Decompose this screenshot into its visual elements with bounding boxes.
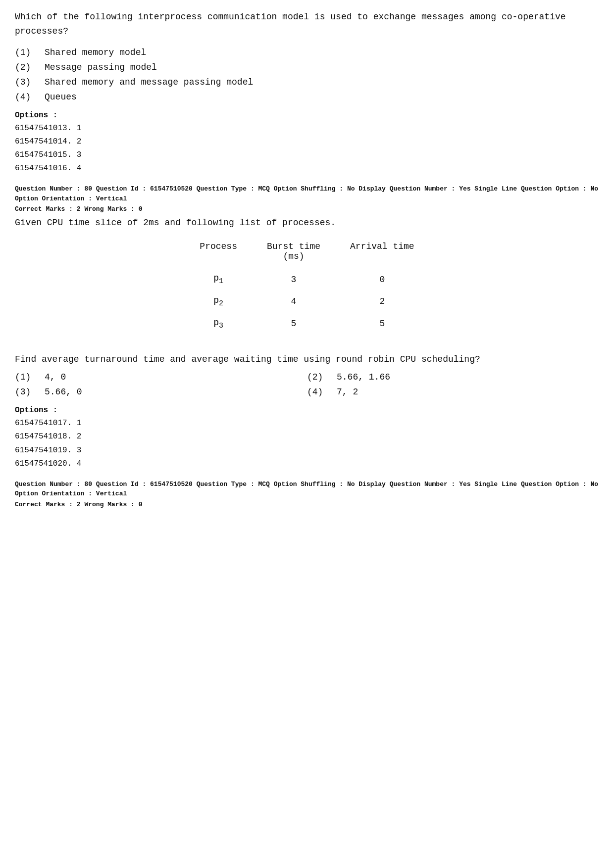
correct-marks-first: Correct Marks : 2 Wrong Marks : 0 bbox=[15, 205, 599, 213]
mc-option-2: (2) 5.66, 1.66 bbox=[307, 372, 599, 382]
question80-options-section: Options : 61547541017. 1 61547541018. 2 … bbox=[15, 406, 599, 471]
col-arrival: Arrival time bbox=[335, 238, 429, 251]
list-item: (3) Shared memory and message passing mo… bbox=[15, 77, 599, 87]
unit-empty2 bbox=[335, 251, 429, 268]
mc-option-label: 5.66, 0 bbox=[45, 387, 82, 397]
mc-option-label: 5.66, 1.66 bbox=[337, 372, 390, 382]
process-table: Process Burst time Arrival time (ms) p1 … bbox=[185, 238, 429, 335]
option-code: 61547541017. 1 bbox=[15, 417, 599, 430]
option-label: Shared memory model bbox=[45, 48, 146, 57]
option-num: (1) bbox=[15, 48, 45, 57]
burst-p3: 5 bbox=[252, 313, 335, 335]
arrival-p3: 5 bbox=[335, 313, 429, 335]
sub-3: 3 bbox=[219, 321, 223, 330]
mc-option-num: (2) bbox=[307, 372, 332, 382]
col-process: Process bbox=[185, 238, 252, 251]
unit-ms: (ms) bbox=[252, 251, 335, 268]
mc-option-num: (4) bbox=[307, 387, 332, 397]
sub-2: 2 bbox=[219, 299, 223, 308]
options-label: Options : bbox=[15, 111, 599, 120]
mc-option-label: 4, 0 bbox=[45, 372, 66, 382]
process-table-wrapper: Process Burst time Arrival time (ms) p1 … bbox=[15, 238, 599, 344]
question80-mc-options: (1) 4, 0 (2) 5.66, 1.66 (3) 5.66, 0 (4) … bbox=[15, 372, 599, 397]
question80-intro: Given CPU time slice of 2ms and followin… bbox=[15, 218, 599, 228]
option-label: Queues bbox=[45, 92, 77, 102]
mc-option-num: (1) bbox=[15, 372, 40, 382]
list-item: (4) Queues bbox=[15, 92, 599, 102]
question79-text: Which of the following interprocess comm… bbox=[15, 10, 599, 39]
option-num: (3) bbox=[15, 77, 45, 87]
unit-empty1 bbox=[185, 251, 252, 268]
options-label: Options : bbox=[15, 406, 599, 415]
option-code: 61547541014. 2 bbox=[15, 135, 599, 148]
table-row: p1 3 0 bbox=[185, 268, 429, 290]
question80-meta-first: Question Number : 80 Question Id : 61547… bbox=[15, 184, 599, 203]
option-code: 61547541015. 3 bbox=[15, 148, 599, 162]
list-item: (2) Message passing model bbox=[15, 62, 599, 72]
burst-p1: 3 bbox=[252, 268, 335, 290]
option-code: 61547541019. 3 bbox=[15, 444, 599, 457]
option-label: Message passing model bbox=[45, 62, 157, 72]
option-num: (2) bbox=[15, 62, 45, 72]
mc-option-num: (3) bbox=[15, 387, 40, 397]
option-num: (4) bbox=[15, 92, 45, 102]
option-code: 61547541016. 4 bbox=[15, 162, 599, 175]
option-code: 61547541013. 1 bbox=[15, 122, 599, 135]
col-burst: Burst time bbox=[252, 238, 335, 251]
table-header-row: Process Burst time Arrival time bbox=[185, 238, 429, 251]
process-p3: p3 bbox=[185, 313, 252, 335]
list-item: (1) Shared memory model bbox=[15, 48, 599, 57]
sub-1: 1 bbox=[219, 277, 223, 286]
table-row: p2 4 2 bbox=[185, 290, 429, 313]
question79-options-section: Options : 61547541013. 1 61547541014. 2 … bbox=[15, 111, 599, 176]
option-code: 61547541020. 4 bbox=[15, 457, 599, 471]
table-unit-row: (ms) bbox=[185, 251, 429, 268]
arrival-p1: 0 bbox=[335, 268, 429, 290]
mc-option-1: (1) 4, 0 bbox=[15, 372, 307, 382]
arrival-p2: 2 bbox=[335, 290, 429, 313]
process-p2: p2 bbox=[185, 290, 252, 313]
process-p1: p1 bbox=[185, 268, 252, 290]
burst-p2: 4 bbox=[252, 290, 335, 313]
question80-meta-second: Question Number : 80 Question Id : 61547… bbox=[15, 480, 599, 499]
mc-option-4: (4) 7, 2 bbox=[307, 387, 599, 397]
option-label: Shared memory and message passing model bbox=[45, 77, 253, 87]
question80-find: Find average turnaround time and average… bbox=[15, 354, 599, 364]
table-row: p3 5 5 bbox=[185, 313, 429, 335]
question79-options: (1) Shared memory model (2) Message pass… bbox=[15, 48, 599, 102]
option-code: 61547541018. 2 bbox=[15, 430, 599, 443]
correct-marks-second: Correct Marks : 2 Wrong Marks : 0 bbox=[15, 501, 599, 508]
mc-option-label: 7, 2 bbox=[337, 387, 358, 397]
mc-option-3: (3) 5.66, 0 bbox=[15, 387, 307, 397]
